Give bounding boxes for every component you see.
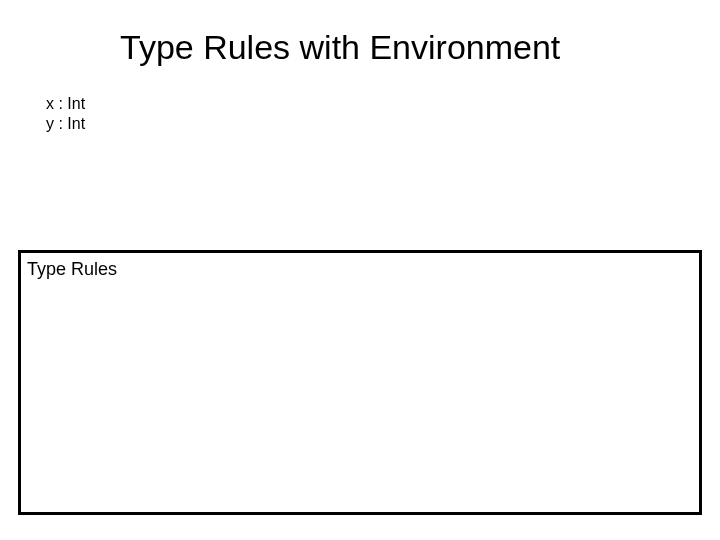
env-line-2: y : Int	[46, 114, 85, 134]
type-rules-box: Type Rules	[18, 250, 702, 515]
page-title: Type Rules with Environment	[120, 28, 560, 67]
environment-bindings: x : Int y : Int	[46, 94, 85, 134]
type-rules-label: Type Rules	[27, 259, 117, 280]
env-line-1: x : Int	[46, 94, 85, 114]
